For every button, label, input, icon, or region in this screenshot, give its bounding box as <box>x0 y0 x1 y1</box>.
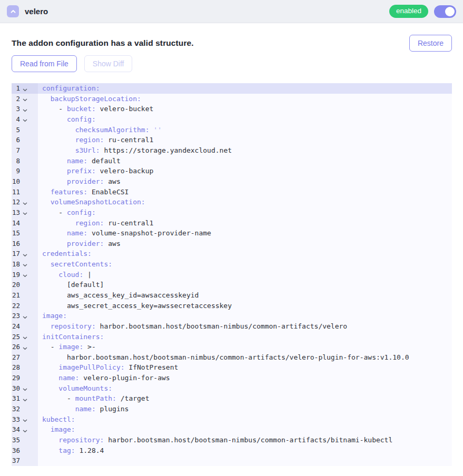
line-number: 15 <box>12 228 20 239</box>
code-line[interactable]: cloud: | <box>38 270 452 280</box>
fold-spacer <box>23 404 29 414</box>
fold-chevron-icon[interactable] <box>23 114 29 125</box>
code-line[interactable]: name: velero-plugin-for-aws <box>38 373 452 383</box>
code-line[interactable]: region: ru-central1 <box>38 135 452 145</box>
line-gutter: 6 <box>12 135 38 145</box>
show-diff-button[interactable]: Show Diff <box>84 55 133 72</box>
code-line[interactable]: config: <box>38 114 452 125</box>
fold-chevron-icon[interactable] <box>23 393 29 404</box>
line-number: 18 <box>12 259 20 270</box>
code-line[interactable]: features: EnableCSI <box>38 187 452 197</box>
line-gutter: 2 <box>12 94 38 104</box>
code-line[interactable]: image: <box>38 311 452 321</box>
code-line[interactable]: credentials: <box>38 249 452 259</box>
fold-spacer <box>23 362 29 373</box>
fold-chevron-icon[interactable] <box>23 270 29 280</box>
line-number: 28 <box>12 362 20 373</box>
code-line[interactable]: aws_secret_access_key=awssecretaccesskey <box>38 301 452 311</box>
code-line[interactable]: initContainers: <box>38 332 452 342</box>
read-from-file-button[interactable]: Read from File <box>12 55 77 72</box>
fold-spacer <box>23 239 29 249</box>
line-number: 13 <box>12 207 20 218</box>
code-line[interactable]: provider: aws <box>38 176 452 187</box>
code-line[interactable]: aws_access_key_id=awsaccesskeyid <box>38 290 452 301</box>
line-gutter: 15 <box>12 228 38 239</box>
code-line[interactable]: configuration: <box>38 83 452 94</box>
code-line[interactable]: tag: 1.28.4 <box>38 445 452 456</box>
line-gutter: 11 <box>12 187 38 197</box>
line-gutter: 32 <box>12 404 38 414</box>
line-number: 12 <box>12 197 20 207</box>
line-gutter: 25 <box>12 332 38 342</box>
enabled-toggle[interactable] <box>434 5 456 18</box>
fold-chevron-icon[interactable] <box>23 414 29 425</box>
fold-spacer <box>23 135 29 145</box>
code-line[interactable]: repository: harbor.bootsman.host/bootsma… <box>38 435 452 445</box>
fold-spacer <box>23 176 29 187</box>
editor-line: 17credentials: <box>12 249 452 259</box>
restore-button[interactable]: Restore <box>409 35 452 52</box>
editor-line: 6 region: ru-central1 <box>12 135 452 145</box>
code-line[interactable]: checksumAlgorithm: '' <box>38 125 452 135</box>
fold-chevron-icon[interactable] <box>23 94 29 104</box>
code-line[interactable]: name: volume-snapshot-provider-name <box>38 228 452 239</box>
fold-chevron-icon[interactable] <box>23 383 29 394</box>
fold-chevron-icon[interactable] <box>23 207 29 218</box>
line-gutter: 29 <box>12 373 38 383</box>
yaml-editor[interactable]: 1configuration:2 backupStorageLocation:3… <box>12 83 452 466</box>
code-line[interactable]: kubectl: <box>38 414 452 425</box>
code-line[interactable]: name: plugins <box>38 404 452 414</box>
line-number: 16 <box>12 239 20 249</box>
fold-spacer <box>23 187 29 197</box>
collapse-section-button[interactable] <box>7 5 19 17</box>
code-line[interactable]: provider: aws <box>38 239 452 249</box>
line-number: 24 <box>12 321 20 332</box>
code-line[interactable]: image: <box>38 424 452 435</box>
line-number: 11 <box>12 187 20 197</box>
code-line[interactable]: region: ru-central1 <box>38 218 452 229</box>
fold-chevron-icon[interactable] <box>23 259 29 270</box>
code-line[interactable]: volumeSnapshotLocation: <box>38 197 452 207</box>
fold-spacer <box>23 145 29 156</box>
code-line[interactable]: backupStorageLocation: <box>38 94 452 104</box>
fold-spacer <box>23 280 29 290</box>
code-line[interactable]: - image: >- <box>38 342 452 352</box>
editor-line: 26 - image: >- <box>12 342 452 352</box>
line-number: 30 <box>12 383 20 394</box>
fold-chevron-icon[interactable] <box>23 197 29 207</box>
editor-line: 29 name: velero-plugin-for-aws <box>12 373 452 383</box>
code-line[interactable]: harbor.bootsman.host/bootsman-nimbus/com… <box>38 352 452 363</box>
line-gutter: 23 <box>12 311 38 321</box>
code-line[interactable]: - config: <box>38 207 452 218</box>
code-line[interactable]: prefix: velero-backup <box>38 166 452 176</box>
fold-chevron-icon[interactable] <box>23 83 29 94</box>
code-line[interactable]: name: default <box>38 156 452 166</box>
editor-line: 2 backupStorageLocation: <box>12 94 452 104</box>
code-line[interactable]: volumeMounts: <box>38 383 452 394</box>
code-line[interactable] <box>38 455 452 466</box>
editor-line: 25initContainers: <box>12 332 452 342</box>
fold-spacer <box>23 125 29 135</box>
code-line[interactable]: secretContents: <box>38 259 452 270</box>
code-line[interactable]: repository: harbor.bootsman.host/bootsma… <box>38 321 452 332</box>
fold-chevron-icon[interactable] <box>23 332 29 342</box>
code-line[interactable]: - mountPath: /target <box>38 393 452 404</box>
line-number: 3 <box>12 104 20 114</box>
code-line[interactable]: imagePullPolicy: IfNotPresent <box>38 362 452 373</box>
validation-message: The addon configuration has a valid stru… <box>12 38 194 48</box>
line-gutter: 12 <box>12 197 38 207</box>
fold-chevron-icon[interactable] <box>23 311 29 321</box>
line-number: 33 <box>12 414 20 425</box>
code-line[interactable]: [default] <box>38 280 452 290</box>
line-number: 35 <box>12 435 20 445</box>
line-number: 10 <box>12 176 20 187</box>
fold-chevron-icon[interactable] <box>23 342 29 352</box>
fold-chevron-icon[interactable] <box>23 424 29 435</box>
code-line[interactable]: s3Url: https://storage.yandexcloud.net <box>38 145 452 156</box>
line-number: 7 <box>12 145 20 156</box>
code-line[interactable]: - bucket: velero-bucket <box>38 104 452 114</box>
editor-line: 31 - mountPath: /target <box>12 393 452 404</box>
fold-chevron-icon[interactable] <box>23 249 29 259</box>
fold-chevron-icon[interactable] <box>23 104 29 114</box>
line-number: 14 <box>12 218 20 229</box>
